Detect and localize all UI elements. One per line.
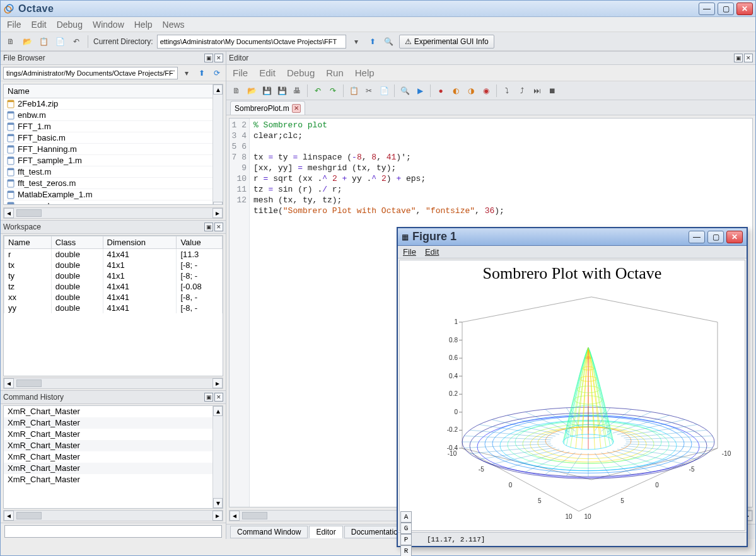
- menu-debug[interactable]: Debug: [57, 20, 83, 30]
- stop-icon[interactable]: ◉: [480, 84, 492, 97]
- scroll-left-icon[interactable]: ◂: [4, 208, 14, 218]
- scroll-right-icon[interactable]: ▸: [212, 511, 223, 521]
- save-all-icon[interactable]: 💾: [276, 84, 288, 97]
- scroll-right-icon[interactable]: ▸: [212, 378, 223, 388]
- cut-icon[interactable]: ✂: [363, 84, 375, 97]
- open-folder-icon[interactable]: 📂: [21, 35, 33, 48]
- ws-row[interactable]: yydouble41x41[-8, -: [4, 303, 223, 313]
- file-item[interactable]: 2Feb14.zip: [4, 98, 212, 110]
- panel-undock-button[interactable]: ▣: [204, 223, 213, 231]
- history-item[interactable]: XmR_Chart_Master: [4, 417, 212, 429]
- redo-icon[interactable]: ↷: [327, 84, 339, 97]
- scroll-up-icon[interactable]: ▴: [213, 84, 223, 95]
- paste-icon[interactable]: 📄: [378, 84, 390, 97]
- editor-menu-debug[interactable]: Debug: [287, 67, 315, 78]
- file-item[interactable]: FFT_Hanning.m: [4, 144, 212, 155]
- save-icon[interactable]: 💾: [260, 84, 273, 97]
- panel-close-button[interactable]: ✕: [214, 54, 223, 62]
- dropdown-icon[interactable]: ▾: [350, 35, 363, 48]
- file-item[interactable]: removedc.m: [4, 200, 212, 205]
- print-icon[interactable]: 🖶: [291, 84, 303, 97]
- copy-icon[interactable]: 📋: [37, 35, 50, 48]
- history-item[interactable]: XmR_Chart_Master: [4, 429, 212, 440]
- menu-file[interactable]: File: [7, 20, 21, 30]
- figure-mode-p[interactable]: P: [400, 534, 412, 545]
- panel-undock-button[interactable]: ▣: [204, 393, 213, 402]
- undo-icon[interactable]: ↶: [70, 35, 83, 48]
- run-icon[interactable]: ▶: [414, 84, 426, 97]
- scroll-down-icon[interactable]: ▾: [213, 498, 223, 508]
- file-item[interactable]: enbw.m: [4, 110, 212, 121]
- current-directory-input[interactable]: [157, 35, 346, 49]
- maximize-button[interactable]: ▢: [718, 3, 734, 15]
- up-folder-icon[interactable]: ⬆: [195, 67, 208, 79]
- experimental-gui-button[interactable]: ⚠ Experimental GUI Info: [399, 35, 494, 49]
- scroll-left-icon[interactable]: ◂: [230, 511, 240, 521]
- maximize-button[interactable]: ▢: [707, 231, 724, 243]
- figure-mode-r[interactable]: R: [400, 545, 412, 557]
- ws-header-name[interactable]: Name: [4, 236, 52, 249]
- bottom-tab-editor[interactable]: Editor: [309, 526, 342, 538]
- scroll-up-icon[interactable]: ▴: [213, 406, 223, 416]
- ws-header-value[interactable]: Value: [177, 236, 223, 249]
- debug-continue-icon[interactable]: ⏭: [531, 84, 544, 97]
- ws-header-dimension[interactable]: Dimension: [103, 236, 177, 249]
- editor-menu-help[interactable]: Help: [355, 67, 375, 78]
- close-button[interactable]: ✕: [736, 3, 753, 15]
- menu-news[interactable]: News: [163, 20, 185, 30]
- history-item[interactable]: XmR_Chart_Master: [4, 406, 212, 417]
- filter-input[interactable]: [4, 525, 222, 538]
- history-item[interactable]: XmR_Chart_Master: [4, 451, 212, 463]
- editor-menu-run[interactable]: Run: [326, 67, 344, 78]
- debug-step-icon[interactable]: ⤵: [501, 84, 513, 97]
- panel-undock-button[interactable]: ▣: [204, 54, 213, 62]
- file-list-scrollbar[interactable]: ▴ ▾: [212, 84, 223, 205]
- history-item[interactable]: XmR_Chart_Master: [4, 474, 212, 485]
- search-icon[interactable]: 🔍: [383, 35, 395, 48]
- up-folder-icon[interactable]: ⬆: [366, 35, 379, 48]
- bottom-tab-command-window[interactable]: Command Window: [230, 526, 308, 538]
- history-hscrollbar[interactable]: ◂ ▸: [3, 510, 223, 521]
- tab-close-icon[interactable]: ✕: [292, 104, 301, 113]
- menu-window[interactable]: Window: [93, 20, 124, 30]
- open-icon[interactable]: 📂: [245, 84, 258, 97]
- dropdown-icon[interactable]: ▾: [180, 67, 193, 79]
- file-list-hscrollbar[interactable]: ◂ ▸: [3, 207, 223, 219]
- ws-row[interactable]: tydouble41x1[-8; -: [4, 270, 223, 281]
- new-file-icon[interactable]: 🗎: [230, 84, 243, 97]
- figure-menu-file[interactable]: File: [403, 247, 416, 257]
- copy-icon[interactable]: 📋: [347, 84, 360, 97]
- file-list-header[interactable]: Name: [4, 84, 212, 98]
- close-button[interactable]: ✕: [726, 231, 743, 243]
- scroll-right-icon[interactable]: ▸: [212, 208, 223, 218]
- find-icon[interactable]: 🔍: [398, 84, 411, 97]
- editor-menu-edit[interactable]: Edit: [259, 67, 276, 78]
- figure-mode-g[interactable]: G: [400, 523, 412, 534]
- scroll-down-icon[interactable]: ▾: [213, 202, 223, 205]
- scroll-left-icon[interactable]: ◂: [4, 378, 14, 388]
- step-over-icon[interactable]: ◐: [450, 84, 462, 97]
- file-item[interactable]: fft_test.m: [4, 166, 212, 178]
- figure-mode-a[interactable]: A: [400, 511, 412, 523]
- file-item[interactable]: FFT_sample_1.m: [4, 155, 212, 166]
- editor-menu-file[interactable]: File: [233, 67, 248, 78]
- debug-step-out-icon[interactable]: ⤴: [516, 84, 528, 97]
- minimize-button[interactable]: —: [699, 3, 715, 15]
- breakpoint-icon[interactable]: ●: [434, 84, 447, 97]
- ws-row[interactable]: rdouble41x41[11.3: [4, 249, 223, 260]
- editor-tab[interactable]: SombreroPlot.m ✕: [230, 101, 305, 115]
- undo-icon[interactable]: ↶: [311, 84, 324, 97]
- menu-help[interactable]: Help: [134, 20, 153, 30]
- scroll-left-icon[interactable]: ◂: [4, 511, 14, 521]
- file-item[interactable]: FFT_1.m: [4, 121, 212, 132]
- ws-row[interactable]: txdouble41x1[-8; -: [4, 260, 223, 270]
- menu-edit[interactable]: Edit: [32, 20, 47, 30]
- history-item[interactable]: XmR_Chart_Master: [4, 440, 212, 451]
- ws-row[interactable]: xxdouble41x41[-8, -: [4, 292, 223, 303]
- file-browser-path-input[interactable]: [3, 67, 178, 79]
- debug-quit-icon[interactable]: ⏹: [546, 84, 559, 97]
- minimize-button[interactable]: —: [689, 231, 705, 243]
- ws-row[interactable]: tzdouble41x41[-0.08: [4, 281, 223, 292]
- step-in-icon[interactable]: ◑: [465, 84, 477, 97]
- history-item[interactable]: XmR_Chart_Master: [4, 463, 212, 474]
